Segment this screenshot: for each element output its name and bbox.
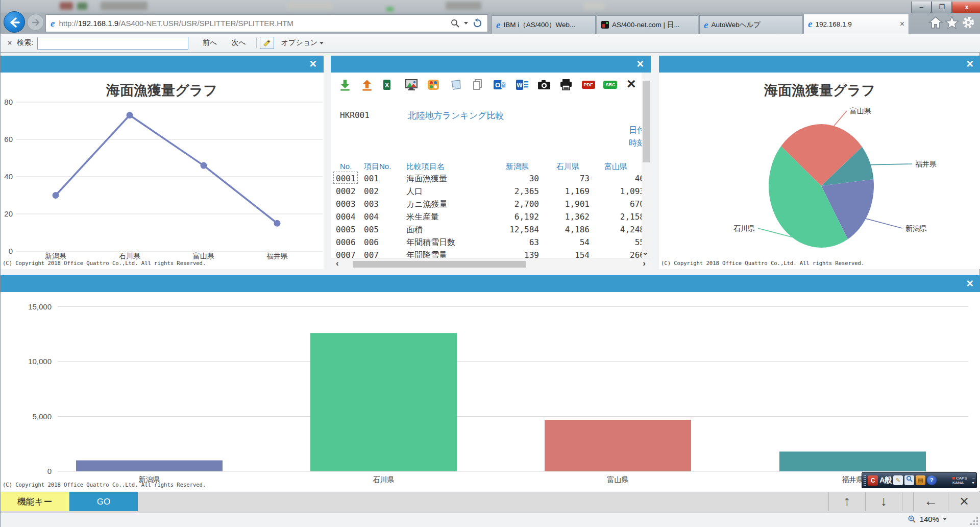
- tab-close-icon[interactable]: ×: [895, 19, 904, 29]
- refresh-icon[interactable]: [473, 18, 482, 28]
- table-body: 0001001海面漁獲量3073460002002人口2,3651,1691,0…: [331, 173, 642, 258]
- caps-label[interactable]: CAPS: [956, 476, 967, 481]
- table-row[interactable]: 0005005面積12,5844,1864,248: [331, 224, 642, 236]
- desktop-blur-blob: [60, 2, 73, 10]
- browser-tab[interactable]: eAutoWebヘルプ: [699, 15, 802, 34]
- find-next-button[interactable]: 次へ: [224, 38, 253, 47]
- ime-toolbar[interactable]: C A般 ✎ ▤ ? CAPS− KANA▼: [862, 472, 977, 488]
- ime-dictionary-search-icon[interactable]: [904, 475, 914, 485]
- ime-minimize-icon[interactable]: −: [972, 476, 975, 481]
- back-button[interactable]: [4, 11, 25, 33]
- settings-gear-icon[interactable]: [961, 15, 975, 30]
- ime-pen-tool-icon[interactable]: ✎: [893, 475, 903, 485]
- find-close-icon[interactable]: ×: [1, 39, 17, 47]
- scrollbar-thumb[interactable]: [353, 261, 526, 268]
- go-button[interactable]: GO: [69, 492, 138, 511]
- close-report-icon[interactable]: ×: [627, 75, 636, 92]
- scroll-right-icon[interactable]: ›: [643, 258, 646, 269]
- divider: [256, 37, 257, 49]
- ime-grip-handle[interactable]: [864, 475, 866, 486]
- ime-mode-button[interactable]: A般: [879, 475, 892, 485]
- close-panel-icon[interactable]: ×: [967, 277, 973, 290]
- zoom-control[interactable]: 140%: [908, 515, 947, 523]
- close-window-button[interactable]: x: [952, 2, 980, 13]
- table-row[interactable]: 0002002人口2,3651,1691,093: [331, 185, 642, 198]
- kana-label[interactable]: KANA: [952, 481, 964, 485]
- scroll-down-icon[interactable]: ⌄: [642, 248, 649, 257]
- search-icon[interactable]: [451, 19, 459, 28]
- column-header: 項目No.: [364, 162, 391, 172]
- favorites-star-icon[interactable]: [945, 15, 959, 30]
- table-cell: 55: [635, 237, 642, 247]
- outlook-mail-icon[interactable]: O: [493, 78, 507, 92]
- download-icon[interactable]: [338, 78, 352, 92]
- table-cell: 54: [580, 237, 590, 247]
- image-capture-icon[interactable]: [404, 78, 419, 92]
- camera-icon[interactable]: [537, 78, 551, 92]
- desktop-blur-blob: [386, 7, 394, 11]
- horizontal-scrollbar[interactable]: ‹ ›: [331, 258, 651, 269]
- source-icon[interactable]: SRC: [603, 78, 618, 92]
- scrollbar-thumb[interactable]: [643, 81, 650, 162]
- minimize-button[interactable]: –: [911, 2, 932, 13]
- pie-chart-panel: × 海面漁獲量グラフ富山県福井県新潟県石川県 (C) Copyright 201…: [659, 56, 980, 269]
- scroll-left-icon[interactable]: ‹: [336, 258, 339, 269]
- table-cell: 63: [529, 237, 539, 247]
- nav-close-button[interactable]: ×: [948, 492, 980, 511]
- search-caret-icon[interactable]: [464, 22, 468, 25]
- function-key-button[interactable]: 機能キー: [1, 492, 69, 511]
- find-prev-button[interactable]: 前へ: [195, 38, 224, 47]
- close-panel-icon[interactable]: ×: [637, 58, 644, 70]
- bar-chart: 05,00010,00015,000新潟県石川県富山県福井県: [1, 292, 980, 491]
- palette-icon[interactable]: [426, 78, 440, 92]
- close-panel-icon[interactable]: ×: [310, 58, 316, 70]
- highlight-all-button[interactable]: [260, 37, 274, 49]
- table-row[interactable]: 0007007年間降雪量139154266: [331, 249, 642, 258]
- nav-up-button[interactable]: ↑: [828, 492, 865, 511]
- nav-down-button[interactable]: ↓: [865, 492, 902, 511]
- kana-caret-icon[interactable]: ▼: [971, 481, 975, 485]
- restore-button[interactable]: ❐: [932, 2, 952, 13]
- vertical-scrollbar[interactable]: ⌄: [642, 73, 651, 258]
- word-icon[interactable]: W: [515, 78, 529, 92]
- tab-label: AutoWebヘルプ: [711, 20, 761, 30]
- table-report-panel: × XOWPDFSRC × HKR001 北陸地方ランキング比較 日付 時刻 N…: [331, 56, 651, 269]
- browser-window: – ❐ x e http://192.168.1.9/AS400-NET.USR…: [0, 0, 980, 527]
- ime-help-icon[interactable]: ?: [927, 475, 937, 485]
- table-cell: 154: [575, 250, 590, 258]
- pdf-icon[interactable]: PDF: [581, 78, 596, 92]
- slice-label: 富山県: [850, 107, 871, 115]
- copy-icon[interactable]: [471, 78, 485, 92]
- home-icon[interactable]: [928, 15, 943, 30]
- printer-icon[interactable]: [559, 78, 573, 92]
- close-panel-icon[interactable]: ×: [967, 58, 973, 70]
- report-title-link[interactable]: 北陸地方ランキング比較: [392, 110, 520, 122]
- table-row[interactable]: 0003003カニ漁獲量2,7001,901670: [331, 198, 642, 211]
- notepad-icon[interactable]: [449, 78, 463, 92]
- ie-favicon-icon: e: [704, 19, 711, 31]
- x-tick-label: 石川県: [119, 252, 140, 260]
- excel-icon[interactable]: X: [382, 78, 397, 92]
- slice-label: 石川県: [733, 224, 755, 232]
- table-cell: 0002: [336, 186, 356, 196]
- nav-left-button[interactable]: ←: [913, 492, 948, 511]
- x-tick-label: 富山県: [607, 475, 629, 484]
- table-cell: 海面漁獲量: [406, 174, 447, 184]
- ime-toolbox-icon[interactable]: ▤: [916, 475, 925, 485]
- address-bar[interactable]: e http://192.168.1.9/AS400-NET.USR/USR/S…: [45, 14, 488, 32]
- browser-tab[interactable]: e192.168.1.9×: [803, 14, 909, 34]
- browser-tab[interactable]: eIBM i（AS/400）Web...: [492, 15, 596, 34]
- resize-grip[interactable]: [970, 517, 979, 526]
- table-row[interactable]: 0001001海面漁獲量307346: [331, 173, 642, 185]
- forward-button[interactable]: [27, 14, 44, 31]
- search-input[interactable]: [37, 37, 188, 50]
- table-row[interactable]: 0004004米生産量6,1921,3622,158: [331, 211, 642, 224]
- line-chart-panel: × 020406080海面漁獲量グラフ新潟県石川県富山県福井県 (C) Copy…: [1, 56, 324, 269]
- table-row[interactable]: 0006006年間積雪日数635455: [331, 236, 642, 249]
- ime-vendor-icon[interactable]: C: [868, 475, 878, 486]
- table-cell: 001: [364, 174, 379, 183]
- browser-tab[interactable]: AS/400-net.com | 日...: [597, 15, 698, 34]
- upload-icon[interactable]: [360, 78, 374, 92]
- zoom-caret-icon[interactable]: [943, 518, 947, 520]
- find-options-button[interactable]: オプション: [274, 38, 320, 47]
